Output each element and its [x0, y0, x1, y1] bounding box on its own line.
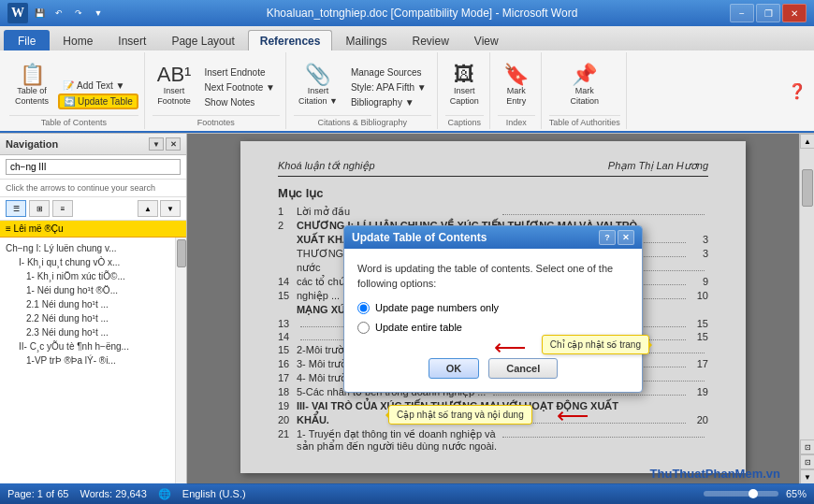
next-footnote-label: Next Footnote ▼ [204, 82, 275, 93]
radio-update-page-numbers[interactable]: Update page numbers only [357, 302, 629, 314]
tree-item-label: 1-VP trÞ ®Þa lÝ- ®i... [26, 355, 116, 366]
tree-item-label: I- Kh¸i qu¸t chung vÒ x... [19, 257, 120, 267]
list-item[interactable]: 2.1 Néi dung ho¹t ... [6, 297, 181, 311]
callout-left: Cập nhật số trang và nội dung [388, 405, 532, 425]
radio-update-entire-table[interactable]: Update entire table [357, 322, 629, 334]
list-item[interactable]: II- C¸c yÕu tè ¶nh h−ëng... [6, 339, 181, 353]
zoom-slider[interactable] [704, 491, 778, 497]
tab-insert[interactable]: Insert [106, 30, 158, 50]
nav-down-btn[interactable]: ▼ [160, 200, 181, 217]
nav-view-pages-btn[interactable]: ⊞ [29, 200, 50, 217]
update-table-icon: 🔄 [64, 96, 75, 107]
status-words: Words: 29,643 [80, 488, 146, 499]
dialog-overlay: Chỉ cập nhật số trang ⟵ Cập nhật số tran… [187, 134, 799, 484]
insert-footnote-btn[interactable]: AB¹ InsertFootnote [153, 62, 196, 109]
help-icon[interactable]: ❓ [788, 82, 807, 100]
mark-citation-btn[interactable]: 📌 MarkCitation [566, 62, 604, 109]
style-label: Style: APA Fifth ▼ [351, 82, 427, 93]
nav-close-btn[interactable]: ✕ [166, 137, 181, 151]
update-table-label: Update Table [78, 96, 133, 107]
tab-view[interactable]: View [462, 30, 511, 50]
footnote-icon: AB¹ [157, 65, 192, 85]
cancel-button[interactable]: Cancel [488, 358, 558, 379]
show-notes-label: Show Notes [204, 97, 254, 108]
tab-mailings[interactable]: Mailings [333, 30, 399, 50]
list-item[interactable]: 1- Kh¸i niÖm xúc tiÕ©... [6, 269, 181, 283]
nav-scrollbar[interactable] [175, 238, 186, 484]
close-btn[interactable]: ✕ [782, 4, 807, 22]
nav-search-input[interactable]: ch−ng III [6, 159, 181, 175]
restore-btn[interactable]: ❐ [756, 4, 780, 22]
show-notes-btn[interactable]: Show Notes [199, 95, 280, 109]
list-item[interactable]: 2.2 Néi dung ho¹t ... [6, 311, 181, 325]
update-toc-dialog: Update Table of Contents ? ✕ Word is upd… [343, 225, 643, 393]
nav-up-btn[interactable]: ▲ [138, 200, 158, 217]
citations-group-content: 📎 InsertCitation ▼ Manage Sources Style:… [294, 56, 431, 109]
scroll-down-arrow[interactable]: ▼ [800, 469, 814, 484]
insert-endnote-btn[interactable]: Insert Endnote [199, 65, 280, 79]
nav-highlighted-item[interactable]: ≡ Lêi më ®Çu [0, 221, 186, 238]
dialog-close-btn[interactable]: ✕ [618, 230, 634, 245]
group-index: 🔖 MarkEntry Index [492, 52, 542, 129]
scroll-next-page-btn[interactable]: ⊡ [800, 454, 814, 469]
redo-qat-btn[interactable]: ↷ [70, 5, 87, 22]
red-arrow-left: ⟵ [557, 403, 589, 429]
insert-caption-btn[interactable]: 🖼 InsertCaption [445, 62, 484, 109]
right-scrollbar[interactable]: ▲ ⊡ ⊡ ▼ [799, 134, 814, 484]
nav-title: Navigation [6, 138, 58, 150]
list-item[interactable]: 1-VP trÞ ®Þa lÝ- ®i... [6, 353, 181, 367]
zoom-thumb[interactable] [749, 489, 758, 498]
nav-view-results-btn[interactable]: ≡ [52, 200, 73, 217]
nav-view-headings-btn[interactable]: ☰ [6, 200, 26, 217]
window-controls[interactable]: − ❐ ✕ [730, 4, 807, 22]
add-text-btn[interactable]: 📝 Add Text ▼ [58, 79, 138, 93]
list-item[interactable]: 1- Néi dung ho¹t ®Ö... [6, 283, 181, 297]
scroll-thumb[interactable] [802, 169, 813, 207]
callout-left-text: Cập nhật số trang và nội dung [397, 410, 524, 420]
list-item[interactable]: Ch−ng I: Lý luën chung v... [6, 241, 181, 255]
quick-access-toolbar[interactable]: W 💾 ↶ ↷ ▼ [7, 3, 107, 23]
group-captions: 🖼 InsertCaption Captions [440, 52, 490, 129]
undo-qat-btn[interactable]: ↶ [51, 5, 67, 22]
list-item[interactable]: 2.3 Néi dung ho¹t ... [6, 325, 181, 339]
scroll-track[interactable] [800, 149, 814, 439]
tree-item-label: 1- Kh¸i niÖm xúc tiÕ©... [26, 271, 125, 281]
style-btn[interactable]: Style: APA Fifth ▼ [346, 80, 431, 94]
manage-sources-btn[interactable]: Manage Sources [346, 65, 431, 79]
minimize-btn[interactable]: − [730, 4, 754, 22]
tree-item-label: 2.3 Néi dung ho¹t ... [26, 327, 109, 338]
tab-review[interactable]: Review [400, 30, 461, 50]
citations-group-label: Citations & Bibliography [294, 115, 431, 127]
save-qat-btn[interactable]: 💾 [31, 5, 48, 22]
watermark: ThuThuatPhanMem.vn [650, 467, 780, 481]
table-of-contents-btn[interactable]: 📋 Table ofContents [9, 62, 54, 109]
next-footnote-btn[interactable]: Next Footnote ▼ [199, 80, 280, 94]
nav-arrow-btns[interactable]: ▲ ▼ [138, 200, 181, 217]
status-right-area: 65% [704, 488, 807, 499]
tab-references[interactable]: References [248, 30, 333, 50]
dialog-title-controls[interactable]: ? ✕ [599, 230, 634, 245]
toc-actions: 📝 Add Text ▼ 🔄 Update Table [58, 79, 138, 109]
update-table-btn[interactable]: 🔄 Update Table [58, 94, 138, 109]
nav-header-controls[interactable]: ▼ ✕ [149, 137, 181, 151]
group-table-of-contents: 📋 Table ofContents 📝 Add Text ▼ 🔄 Update… [4, 52, 145, 129]
radio-page-numbers-input[interactable] [357, 302, 370, 314]
bibliography-btn[interactable]: Bibliography ▼ [346, 95, 431, 109]
mark-entry-btn[interactable]: 🔖 MarkEntry [498, 62, 535, 109]
mark-citation-icon: 📌 [572, 65, 597, 85]
tab-home[interactable]: Home [51, 30, 105, 50]
dialog-help-btn[interactable]: ? [599, 230, 616, 245]
radio-entire-table-input[interactable] [357, 322, 370, 334]
tab-file[interactable]: File [4, 30, 50, 50]
ok-button[interactable]: OK [429, 358, 480, 379]
insert-citation-btn[interactable]: 📎 InsertCitation ▼ [294, 62, 342, 109]
nav-pin-btn[interactable]: ▼ [149, 137, 164, 151]
scroll-up-arrow[interactable]: ▲ [800, 134, 814, 149]
word-icon: W [7, 3, 28, 23]
nav-scroll-thumb[interactable] [177, 239, 186, 267]
tab-page-layout[interactable]: Page Layout [159, 30, 246, 50]
scroll-prev-page-btn[interactable]: ⊡ [800, 439, 814, 454]
qat-dropdown-btn[interactable]: ▼ [90, 5, 107, 22]
list-item[interactable]: I- Kh¸i qu¸t chung vÒ x... [6, 255, 181, 269]
add-text-icon: 📝 [63, 80, 74, 91]
